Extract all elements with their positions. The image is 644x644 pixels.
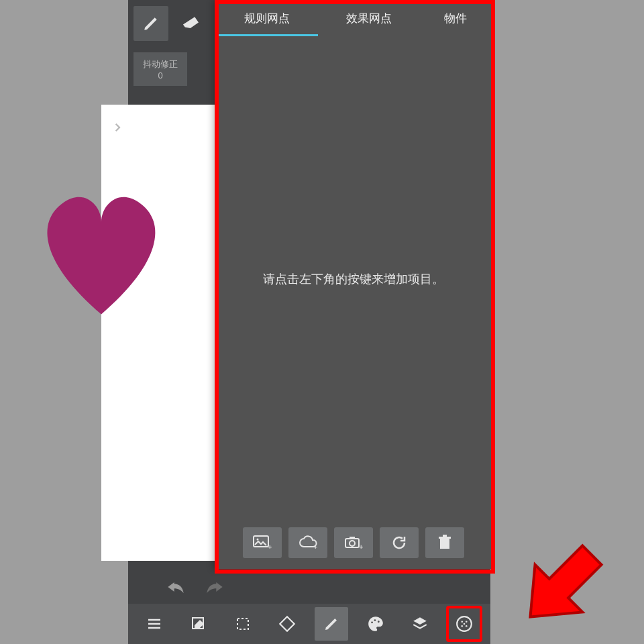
refresh-button[interactable] [380,527,419,558]
menu-button[interactable] [138,607,171,641]
annotation-arrow [510,530,617,637]
svg-point-4 [374,619,376,621]
layers-icon [411,615,429,633]
chevron-right-icon [111,121,123,133]
svg-point-18 [350,541,355,546]
stabilization-value: 0 [158,70,162,80]
tab-label: 规则网点 [244,11,290,26]
panel-tabs: 规则网点 效果网点 物件 [216,0,491,36]
svg-rect-2 [280,616,294,631]
svg-rect-17 [350,537,355,539]
screentone-icon [455,615,473,633]
svg-text:+: + [313,543,317,550]
rotate-icon [278,615,296,633]
redo-icon [205,580,224,594]
svg-rect-20 [440,539,449,549]
add-cloud-button[interactable]: + [288,527,327,558]
expand-canvas-button[interactable] [108,118,127,137]
tab-label: 物件 [444,11,467,26]
cloud-add-icon: + [298,535,318,550]
image-add-icon: + [253,535,272,550]
stabilization-label: 抖动修正 [143,58,178,70]
svg-point-3 [371,621,373,623]
add-image-button[interactable]: + [243,527,282,558]
eraser-tool-button[interactable] [174,6,209,41]
svg-point-11 [466,625,468,627]
pencil-icon [142,15,160,32]
add-camera-button[interactable]: + [334,527,373,558]
svg-text:+: + [359,543,363,550]
empty-message: 请点击左下角的按键来增加项目。 [263,271,444,287]
svg-rect-21 [439,537,451,539]
tab-regular-tone[interactable]: 规则网点 [216,0,318,36]
camera-add-icon: + [344,535,363,550]
tab-effect-tone[interactable]: 效果网点 [318,0,420,36]
brush-button[interactable] [315,607,348,641]
trash-icon [437,535,452,551]
svg-point-13 [257,539,259,541]
palette-button[interactable] [359,607,392,641]
undo-icon [166,580,185,594]
undo-redo-bar [128,570,262,604]
edit-icon [191,616,207,632]
svg-point-10 [461,625,463,627]
svg-rect-22 [443,535,447,537]
stabilization-button[interactable]: 抖动修正 0 [133,52,187,86]
tab-item[interactable]: 物件 [420,0,491,36]
svg-point-5 [378,621,380,623]
svg-rect-1 [237,619,248,629]
bottom-toolbar [128,604,490,644]
tab-label: 效果网点 [346,11,392,26]
svg-text:+: + [268,543,272,550]
redo-button[interactable] [205,580,224,594]
svg-point-9 [464,623,466,625]
screentone-button[interactable] [447,607,481,641]
brush-icon [323,616,339,632]
eraser-icon [182,14,201,33]
undo-button[interactable] [166,580,185,594]
menu-icon [146,616,162,632]
svg-point-7 [461,621,463,623]
panel-bottom-actions: + + + [216,522,491,569]
refresh-icon [391,535,407,551]
materials-panel: 规则网点 效果网点 物件 请点击左下角的按键来增加项目。 + + + [216,0,491,569]
edit-button[interactable] [182,607,215,641]
select-button[interactable] [226,607,260,641]
palette-icon [367,615,384,633]
delete-button[interactable] [425,527,464,558]
app-frame: 抖动修正 0 [128,0,490,644]
panel-body: 请点击左下角的按键来增加项目。 [216,36,491,522]
pencil-tool-button[interactable] [133,6,168,41]
svg-point-8 [466,621,468,623]
select-icon [235,616,251,632]
transform-button[interactable] [270,607,304,641]
layers-button[interactable] [403,607,437,641]
heart-shape [14,172,189,339]
